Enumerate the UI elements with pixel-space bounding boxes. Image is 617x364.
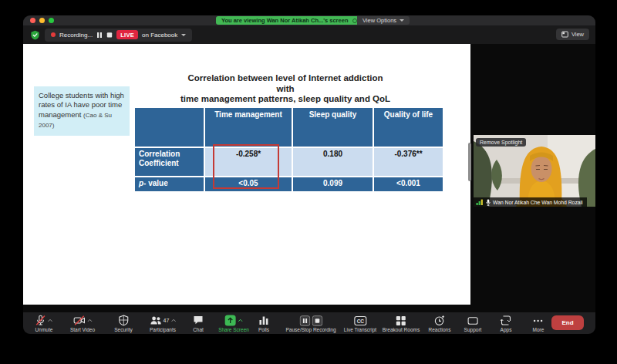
participant-name-bar: Wan Nor Atikah Che Wan Mohd Rozali [474, 197, 587, 207]
view-button[interactable]: View [556, 29, 589, 40]
p-rest: - value [143, 179, 168, 187]
window-titlebar: You are viewing Wan Nor Atikah Ch...'s s… [23, 15, 595, 25]
shield-icon [118, 315, 129, 326]
reactions-label: Reactions [429, 327, 451, 332]
viewing-screen-text: You are viewing Wan Nor Atikah Ch...'s s… [221, 17, 348, 24]
apps-button[interactable]: Apps [501, 315, 512, 332]
view-layout-icon [561, 31, 568, 38]
participants-label: Participants [150, 327, 177, 332]
start-video-button[interactable]: Start Video [70, 315, 95, 332]
correlation-table: Time management Sleep quality Quality of… [135, 108, 443, 191]
more-button[interactable]: More [533, 315, 545, 332]
stop-recording-icon[interactable] [106, 32, 113, 39]
shared-screen-area: Correlation between level of Internet ad… [23, 44, 595, 312]
meeting-control-bar: Recording... LIVE on Facebook [23, 25, 595, 44]
remove-spotlight-button[interactable]: Remove Spotlight [476, 138, 526, 147]
view-button-label: View [571, 31, 584, 38]
chevron-down-icon [400, 19, 404, 22]
viewing-screen-banner: You are viewing Wan Nor Atikah Ch...'s s… [216, 16, 362, 25]
end-meeting-button[interactable]: End [551, 315, 584, 330]
pause-recording-icon[interactable] [96, 32, 103, 39]
live-transcript-label: Live Transcript [344, 327, 376, 332]
chevron-up-icon[interactable] [238, 318, 243, 322]
start-video-label: Start Video [70, 327, 95, 332]
apps-label: Apps [501, 327, 512, 332]
polls-button[interactable]: Polls [258, 315, 269, 332]
chat-bubble-icon [193, 315, 204, 326]
recording-label: Recording... [59, 32, 93, 39]
security-label: Security [114, 327, 132, 332]
participants-icon [150, 315, 162, 326]
fullscreen-window-button[interactable] [49, 18, 54, 23]
view-options-label: View Options [362, 17, 396, 24]
encryption-shield-icon [30, 30, 40, 40]
breakout-rooms-icon [396, 315, 406, 326]
share-screen-button[interactable]: Share Screen [218, 315, 249, 332]
participant-name: Wan Nor Atikah Che Wan Mohd Rozali [493, 200, 583, 205]
participant-video-tile[interactable]: Remove Spotlight Wan Nor Atikah Che Wan … [474, 135, 595, 207]
recording-pill: Recording... LIVE on Facebook [45, 29, 192, 42]
apps-icon [501, 315, 512, 326]
support-button[interactable]: Support [464, 315, 482, 332]
more-label: More [533, 327, 545, 332]
view-options-button[interactable]: View Options [357, 16, 410, 25]
polls-label: Polls [258, 327, 269, 332]
scrollbar-thumb[interactable] [468, 143, 471, 181]
recording-dot-icon [51, 32, 56, 37]
svg-text:CC: CC [356, 318, 364, 323]
live-transcript-button[interactable]: CC Live Transcript [344, 315, 376, 332]
chevron-up-icon[interactable] [48, 318, 53, 322]
share-screen-icon [224, 315, 236, 326]
table-row-label-correlation: Correlation Coefficient [135, 148, 204, 176]
mic-status-icon [486, 199, 491, 206]
unmute-button[interactable]: Unmute [35, 315, 53, 332]
chevron-up-icon[interactable] [170, 318, 176, 322]
breakout-rooms-button[interactable]: Breakout Rooms [383, 315, 420, 332]
traffic-lights [30, 18, 54, 23]
more-dots-icon [533, 315, 544, 326]
breakout-rooms-label: Breakout Rooms [383, 327, 420, 332]
support-icon [467, 315, 479, 326]
pause-recording-toolbar-icon [299, 315, 310, 326]
slide-title: Correlation between level of Internet ad… [108, 73, 463, 105]
pause-stop-recording-label: Pause/Stop Recording [285, 327, 335, 332]
reactions-button[interactable]: Reactions [429, 315, 451, 332]
close-window-button[interactable] [30, 18, 35, 23]
table-value-p-qol: <0.001 [374, 177, 443, 191]
zoom-window: You are viewing Wan Nor Atikah Ch...'s s… [23, 15, 595, 334]
polls-icon [258, 315, 269, 326]
pause-stop-recording-button[interactable]: Pause/Stop Recording [285, 315, 335, 332]
table-corner-cell [135, 108, 204, 147]
minimize-window-button[interactable] [39, 18, 45, 23]
table-row-label-pvalue: p- value [135, 177, 204, 191]
chat-label: Chat [193, 327, 204, 332]
table-header-quality-of-life: Quality of life [374, 108, 443, 147]
recording-cluster: Recording... LIVE on Facebook [30, 29, 192, 42]
video-off-icon [72, 315, 85, 326]
table-value-p-sleep: 0.099 [293, 177, 373, 191]
unmute-label: Unmute [35, 327, 53, 332]
slide-title-line2: with [108, 84, 463, 95]
chat-button[interactable]: Chat [193, 315, 204, 332]
meeting-toolbar: Unmute Start Video [23, 312, 595, 334]
facebook-stream-label: on Facebook [142, 32, 177, 39]
participants-button[interactable]: 47 Participants [150, 315, 177, 332]
chevron-up-icon[interactable] [86, 318, 92, 322]
screenshot-stage: You are viewing Wan Nor Atikah Ch...'s s… [0, 0, 617, 364]
security-button[interactable]: Security [114, 315, 132, 332]
participants-count: 47 [164, 318, 170, 323]
stop-recording-toolbar-icon [312, 315, 322, 326]
reactions-icon [434, 315, 446, 326]
support-label: Support [464, 327, 482, 332]
table-header-time-management: Time management [205, 108, 292, 147]
table-value-cc-sleep: 0.180 [293, 148, 373, 176]
highlight-rectangle [213, 144, 279, 189]
slide-title-line3: time management patterns, sleep quality … [108, 94, 463, 105]
table-header-sleep-quality: Sleep quality [293, 108, 373, 147]
chevron-down-icon[interactable] [181, 34, 186, 36]
slide-note-box: College students with high rates of IA h… [34, 86, 130, 136]
share-screen-label: Share Screen [218, 327, 249, 332]
cc-icon: CC [354, 315, 367, 326]
presentation-slide: Correlation between level of Internet ad… [23, 44, 470, 305]
mic-muted-icon [35, 315, 46, 326]
